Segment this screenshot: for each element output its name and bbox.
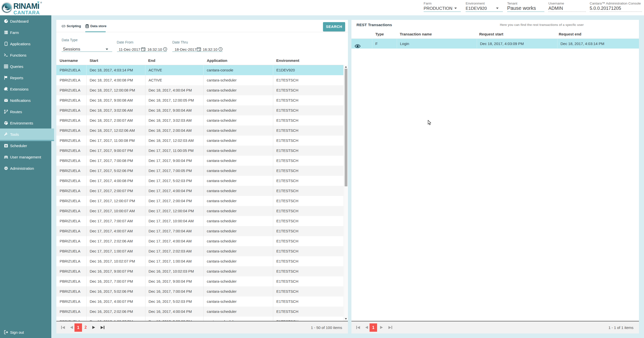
svg-text:RINAMI: RINAMI bbox=[13, 2, 39, 10]
svg-text:CANTARA: CANTARA bbox=[14, 10, 40, 15]
svg-text:®: ® bbox=[40, 1, 42, 4]
